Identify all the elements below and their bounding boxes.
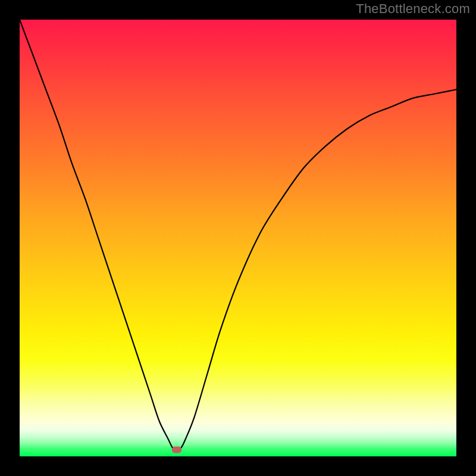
chart-frame: TheBottleneck.com [0, 0, 476, 476]
plot-area [20, 20, 456, 456]
bottleneck-marker [172, 446, 181, 453]
watermark-text: TheBottleneck.com [356, 1, 470, 17]
bottleneck-curve [20, 20, 456, 456]
